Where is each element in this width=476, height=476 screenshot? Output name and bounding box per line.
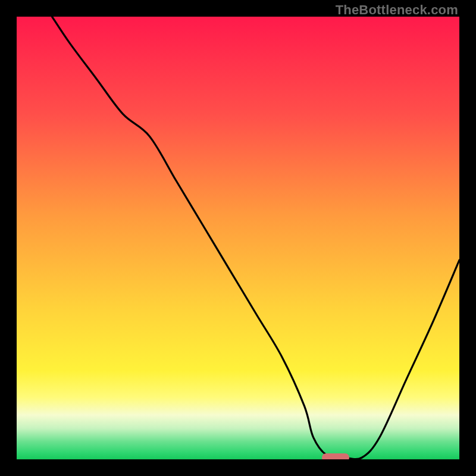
optimal-marker xyxy=(322,453,349,459)
watermark-text: TheBottleneck.com xyxy=(336,2,458,18)
plot-area xyxy=(17,17,459,459)
bottleneck-curve xyxy=(17,17,459,459)
chart-frame: TheBottleneck.com xyxy=(0,0,476,476)
